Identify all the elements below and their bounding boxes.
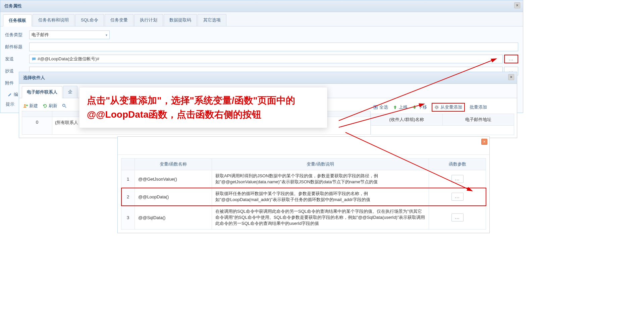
close-icon[interactable]: × <box>481 139 487 145</box>
picker-right-grid-header: (收件人/群组)名称 电子邮件地址 <box>371 114 514 126</box>
send-to-value: #@@LoopData(企业微信帐号)# <box>38 56 99 62</box>
variable-row[interactable]: 3@@SqlData()在被调用的SQL命令中获调用此命令的另一SQL命令的查询… <box>121 206 486 230</box>
annotation-text: 点击"从变量添加"，选择"系统变量/函数"页面中的@@LoopData函数，点击… <box>87 93 320 122</box>
var-header-index <box>121 159 135 170</box>
gear-icon <box>434 105 439 110</box>
var-row-param-cell: ... <box>429 206 486 230</box>
arrow-up-icon <box>393 105 397 110</box>
svg-point-0 <box>24 104 26 106</box>
tab-variables[interactable]: 任务变量 <box>105 14 133 26</box>
var-param-button[interactable]: ... <box>451 193 464 201</box>
select-all-icon <box>373 105 378 110</box>
dialog-title: 任务属性 <box>4 3 22 8</box>
var-row-desc: 在被调用的SQL命令中获调用此命令的另一SQL命令的查询结果中的某个字段的值。仅… <box>212 206 429 230</box>
move-down-button[interactable]: 下移 <box>412 104 427 110</box>
chat-bubble-icon <box>32 57 36 61</box>
grid-row-index: 0 <box>22 117 52 134</box>
close-icon[interactable]: × <box>508 74 514 80</box>
send-label: 发送 <box>5 56 29 62</box>
var-param-button[interactable]: ... <box>451 175 464 183</box>
picker-tab-email-contacts[interactable]: 电子邮件联系人 <box>22 86 62 98</box>
var-row-name: @@GetJsonValue() <box>135 170 212 188</box>
right-header-name: (收件人/群组)名称 <box>371 114 443 125</box>
tab-name-desc[interactable]: 任务名称和说明 <box>33 14 74 26</box>
var-param-button[interactable]: ... <box>451 213 464 222</box>
var-row-param-cell: ... <box>429 188 486 206</box>
select-all-button[interactable]: 全选 <box>373 104 388 110</box>
svg-point-4 <box>436 106 437 108</box>
refresh-icon <box>43 104 47 108</box>
var-row-param-cell: ... <box>429 170 486 188</box>
right-header-email: 电子邮件地址 <box>443 114 514 125</box>
svg-rect-3 <box>375 106 376 108</box>
user-add-icon <box>23 104 28 108</box>
move-up-button[interactable]: 上移 <box>393 104 408 110</box>
pencil-icon <box>8 92 12 97</box>
arrow-down-icon <box>412 105 417 110</box>
variable-row[interactable]: 2@@LoopData()获取循环任务的循环数据中某个字段的值。参数是要获取的循… <box>121 188 486 206</box>
edit-button[interactable]: 编 <box>8 91 18 98</box>
subject-label: 邮件标题 <box>5 44 29 50</box>
var-row-index: 1 <box>121 170 135 188</box>
picker-tab-enterprise[interactable]: 企 <box>63 86 77 98</box>
search-button[interactable] <box>62 104 67 108</box>
send-to-browse-button[interactable]: ... <box>504 55 518 63</box>
send-to-input[interactable]: #@@LoopData(企业微信帐号)# <box>29 55 503 63</box>
picker-title: 选择收件人 <box>23 75 45 80</box>
picker-title-bar: 选择收件人 × <box>19 72 517 84</box>
close-icon[interactable]: × <box>514 2 520 8</box>
grid-header-index <box>22 111 52 117</box>
var-header-name: 变量/函数名称 <box>135 159 212 170</box>
subject-input[interactable] <box>29 43 518 51</box>
svg-point-1 <box>63 104 65 107</box>
annotation-callout: 点击"从变量添加"，选择"系统变量/函数"页面中的@@LoopData函数，点击… <box>79 87 327 128</box>
variable-function-dialog: × 变量/函数名称 变量/函数说明 函数参数 1@@GetJsonValue()… <box>117 136 490 233</box>
task-type-value: 电子邮件 <box>32 32 49 38</box>
batch-add-button[interactable]: 批量添加 <box>470 104 487 110</box>
var-header-desc: 变量/函数说明 <box>212 159 429 170</box>
tab-other[interactable]: 其它选项 <box>198 14 226 26</box>
task-type-select[interactable]: 电子邮件 ▾ <box>29 30 110 39</box>
add-from-variable-button[interactable]: 从变量添加 <box>432 103 465 112</box>
variable-table: 变量/函数名称 变量/函数说明 函数参数 1@@GetJsonValue()获取… <box>121 158 486 230</box>
var-row-index: 2 <box>121 188 135 206</box>
chevron-down-icon: ▾ <box>106 33 107 37</box>
search-icon <box>62 104 67 108</box>
picker-right-pane: 全选 上移 下移 从变量添加 批量添加 (收件人 <box>371 101 514 135</box>
picker-right-grid-empty <box>371 126 514 135</box>
dialog-tabs: 任务模板 任务名称和说明 SQL命令 任务变量 执行计划 数据提取码 其它选项 <box>0 12 523 26</box>
var-header-param: 函数参数 <box>429 159 486 170</box>
var-row-index: 3 <box>121 206 135 230</box>
var-row-name: @@SqlData() <box>135 206 212 230</box>
task-type-label: 任务类型 <box>5 32 29 38</box>
var-row-name: @@LoopData() <box>135 188 212 206</box>
tab-template[interactable]: 任务模板 <box>3 14 32 26</box>
var-row-desc: 获取API调用时得到的JSON数据中的某个字段的值，参数是要获取的字段的路径，例… <box>212 170 429 188</box>
dialog-title-bar: 任务属性 × <box>0 0 523 12</box>
picker-right-toolbar: 全选 上移 下移 从变量添加 批量添加 <box>371 101 514 114</box>
tab-extract-code[interactable]: 数据提取码 <box>164 14 197 26</box>
tab-sql[interactable]: SQL命令 <box>75 14 104 26</box>
refresh-button[interactable]: 刷新 <box>43 103 57 109</box>
var-row-desc: 获取循环任务的循环数据中某个字段的值。参数是要获取的循环字段的名称，例如"@@L… <box>212 188 429 206</box>
tab-schedule[interactable]: 执行计划 <box>134 14 163 26</box>
var-dialog-header: × <box>118 137 489 155</box>
new-contact-button[interactable]: 新建 <box>23 103 38 109</box>
variable-row[interactable]: 1@@GetJsonValue()获取API调用时得到的JSON数据中的某个字段… <box>121 170 486 188</box>
